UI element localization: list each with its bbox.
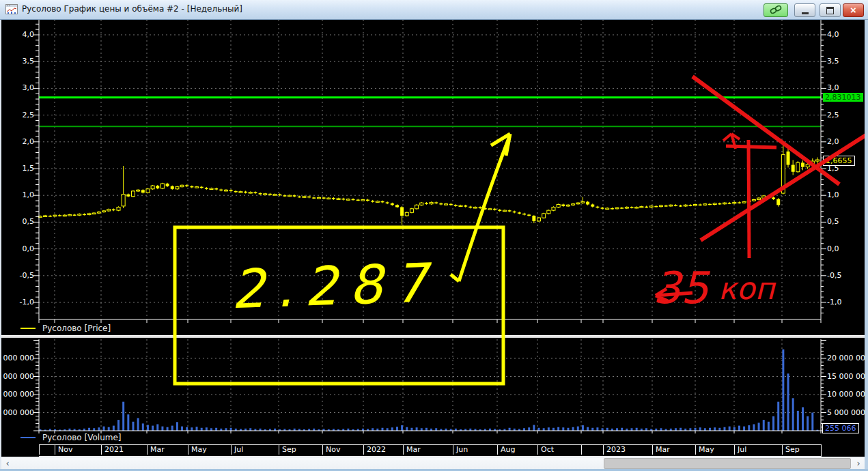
link-button[interactable] bbox=[764, 3, 788, 17]
x-axis-date-cell: Aug bbox=[497, 445, 537, 455]
title-bar[interactable]: Русолово График цены и объёма #2 - [Неде… bbox=[0, 0, 868, 20]
price-axis-label-left: 0,5 bbox=[0, 217, 34, 226]
chain-link-icon bbox=[770, 5, 782, 16]
minimize-icon bbox=[802, 12, 809, 14]
x-axis-date-cell: 2023 bbox=[603, 445, 652, 455]
volume-axis-label-left-clipped: 15 000 000 bbox=[0, 372, 34, 381]
minimize-button[interactable] bbox=[794, 3, 815, 17]
x-axis-date-cell bbox=[39, 445, 55, 455]
volume-legend: Русолово [Volume] bbox=[20, 433, 122, 442]
price-axis-label-left: 1,0 bbox=[0, 190, 34, 199]
price-line-swatch-icon bbox=[20, 328, 36, 329]
price-axis-label-left: 4,0 bbox=[0, 30, 34, 39]
volume-axis-label-left-clipped: 20 000 000 bbox=[0, 354, 34, 362]
volume-legend-label: Русолово [Volume] bbox=[42, 433, 122, 442]
green-level-price-label: 2,831013 bbox=[823, 93, 863, 102]
volume-axis-label-left-clipped: 5 000 000 bbox=[0, 408, 34, 417]
x-axis-date-cell: 2021 bbox=[101, 445, 147, 455]
x-axis-date-cell: Nov bbox=[55, 445, 101, 455]
price-axis-label-left: 3,5 bbox=[0, 57, 34, 66]
restore-icon bbox=[826, 7, 834, 14]
price-axis-label-right: 0,5 bbox=[827, 217, 861, 226]
x-axis-date-cell: Jun bbox=[453, 445, 497, 455]
x-axis-date-cell: Mar bbox=[403, 445, 453, 455]
x-axis-date-cell: May bbox=[188, 445, 231, 455]
window-frame-right bbox=[865, 19, 868, 471]
price-axis-label-left: -0,5 bbox=[0, 271, 34, 280]
horizontal-scrollbar[interactable]: ‹ › bbox=[1, 457, 865, 470]
chevron-left-icon[interactable]: ‹ bbox=[2, 458, 13, 469]
price-axis-label-left: 1,5 bbox=[0, 164, 34, 173]
x-axis-date-cell bbox=[581, 445, 603, 455]
volume-line-swatch-icon bbox=[20, 437, 36, 438]
price-axis-label-right: 2,5 bbox=[827, 111, 861, 119]
volume-axis-label-right: 10 000 000 bbox=[827, 390, 868, 399]
price-axis-label-left: 2,0 bbox=[0, 137, 34, 146]
chart-app-icon bbox=[5, 4, 18, 14]
restore-button[interactable] bbox=[820, 3, 841, 17]
price-axis-label-right: 1,0 bbox=[827, 190, 861, 199]
last-volume-label: 255 066 bbox=[822, 423, 859, 433]
volume-axis-label-left-clipped: 10 000 000 bbox=[0, 390, 34, 399]
close-button[interactable]: × bbox=[843, 3, 864, 17]
app-window: Русолово График цены и объёма #2 - [Неде… bbox=[0, 0, 868, 471]
price-legend: Русолово [Price] bbox=[20, 324, 111, 333]
x-axis-date-cell: Jul bbox=[734, 445, 782, 455]
price-axis-label-right: 3,5 bbox=[827, 57, 861, 66]
x-axis-date-cell: May bbox=[695, 445, 734, 455]
x-axis-date-cell: Sep bbox=[782, 445, 821, 455]
price-axis-label-right: 0,0 bbox=[827, 244, 861, 253]
volume-axis-label-right: 15 000 000 bbox=[827, 372, 868, 381]
pane-divider[interactable] bbox=[1, 335, 865, 338]
date-axis-strip: Nov2021MarMayJulSepNov2022MarJunAugOct20… bbox=[39, 444, 822, 457]
chevron-right-icon[interactable]: › bbox=[853, 458, 864, 469]
x-axis-date-cell: Mar bbox=[147, 445, 188, 455]
price-axis-label-right: -1,0 bbox=[827, 298, 861, 306]
x-axis-date-cell: Nov bbox=[322, 445, 363, 455]
x-axis-date-cell: Jul bbox=[231, 445, 279, 455]
price-axis-label-left: -1,0 bbox=[0, 298, 34, 306]
x-axis-date-cell: 2022 bbox=[363, 445, 403, 455]
price-axis-label-left: 0,0 bbox=[0, 244, 34, 253]
price-axis-label-left: 2,5 bbox=[0, 111, 34, 119]
price-axis-label-right: 3,0 bbox=[827, 83, 861, 92]
last-price-label: 1,6655 bbox=[823, 156, 855, 166]
x-axis-date-cell: Oct bbox=[537, 445, 581, 455]
close-icon: × bbox=[850, 4, 856, 16]
window-frame-left bbox=[0, 19, 1, 471]
scrollbar-thumb[interactable] bbox=[604, 458, 851, 469]
price-axis-label-right: 2,0 bbox=[827, 137, 861, 146]
x-axis-date-cell: Mar bbox=[652, 445, 695, 455]
price-legend-label: Русолово [Price] bbox=[42, 324, 111, 333]
price-axis-label-left: 3,0 bbox=[0, 83, 34, 92]
price-axis-label-right: -0,5 bbox=[827, 271, 861, 280]
price-volume-chart-canvas[interactable] bbox=[0, 0, 868, 471]
volume-axis-label-right: 20 000 000 bbox=[827, 354, 868, 362]
volume-axis-label-right: 5 000 000 bbox=[827, 408, 868, 417]
window-title: Русолово График цены и объёма #2 - [Неде… bbox=[22, 4, 242, 14]
price-axis-label-right: 4,0 bbox=[827, 30, 861, 39]
x-axis-date-cell: Sep bbox=[279, 445, 322, 455]
